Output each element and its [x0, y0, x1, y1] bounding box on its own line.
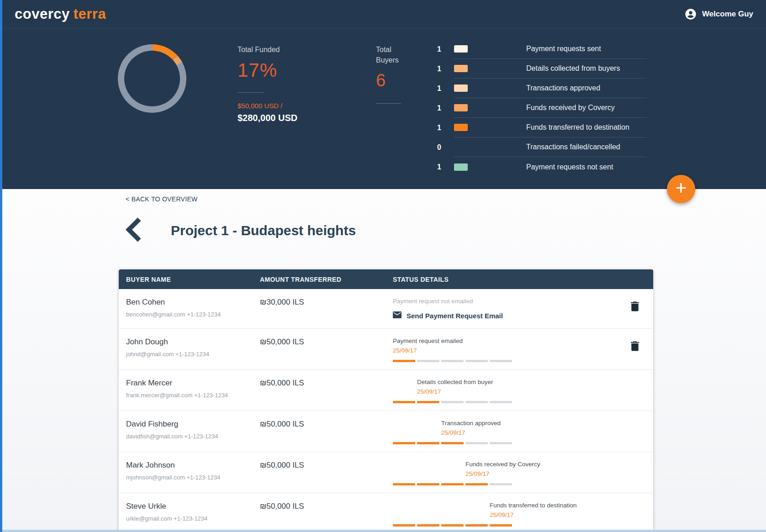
- plus-icon: +: [676, 179, 687, 198]
- status-date: 25/09/17: [417, 388, 617, 395]
- status-cell: Funds received by Covercy 25/09/17: [393, 461, 617, 485]
- progress-segment: [465, 483, 488, 485]
- project-detail-section: + < BACK TO OVERVIEW Project 1 - Budapes…: [2, 189, 766, 532]
- progress-segment: [441, 524, 464, 527]
- progress-segment: [441, 360, 464, 362]
- delete-buyer-button[interactable]: [630, 300, 640, 314]
- send-payment-request-email-button[interactable]: Send Payment Request Email: [393, 311, 503, 320]
- legend-count: 1: [421, 84, 441, 93]
- user-menu[interactable]: Welcome Guy: [684, 8, 753, 21]
- total-buyers-label: Total Buyers: [376, 44, 416, 65]
- brand-primary: covercy: [15, 6, 70, 22]
- status-text: Funds received by Covercy: [465, 461, 617, 468]
- table-row: David Fishberg davidfish@gmail.com +1-12…: [119, 411, 653, 452]
- amount-cell: ₪50,000 ILS: [260, 461, 393, 485]
- divider: [376, 103, 401, 104]
- status-cell: Details collected from buyer 25/09/17: [393, 379, 617, 403]
- amount-cell: ₪50,000 ILS: [260, 420, 393, 444]
- buyer-cell: Mark Johnson mjohnson@gmail.com +1-123-1…: [119, 461, 260, 485]
- progress-segment: [393, 483, 415, 485]
- status-cell: Funds transferred to destination 25/09/1…: [393, 502, 617, 527]
- buyer-contact: urkle@gmail.com +1-123-1234: [126, 515, 260, 522]
- buyer-name: John Dough: [126, 337, 260, 347]
- legend-label: Funds transferred to destination: [526, 123, 629, 132]
- buyer-cell: John Dough johnd@gmail.com +1-123-1234: [119, 337, 260, 362]
- legend-label: Details collected from buyers: [526, 64, 620, 73]
- amount-cell: ₪30,000 ILS: [260, 298, 393, 321]
- legend-row: 1 Funds transferred to destination: [421, 118, 647, 137]
- buyer-cell: Steve Urkle urkle@gmail.com +1-123-1234: [119, 502, 260, 527]
- legend-label: Funds received by Covercy: [526, 104, 615, 112]
- progress-segment: [417, 524, 439, 527]
- total-funded-label: Total Funded: [238, 44, 322, 55]
- table-body: Ben Cohen bencohen@gmail.com +1-123-1234…: [119, 289, 653, 532]
- buyer-name: David Fishberg: [126, 420, 260, 429]
- progress-segment: [417, 442, 439, 444]
- status-progress-bar: [393, 524, 617, 527]
- progress-segment: [417, 483, 439, 485]
- total-buyers-count: 6: [376, 71, 416, 90]
- progress-segment: [441, 442, 464, 444]
- column-header-status-details: STATUS DETAILS: [393, 276, 617, 283]
- legend-swatch: [454, 104, 468, 111]
- status-text: Transaction approved: [441, 420, 617, 427]
- buyer-name: Frank Mercer: [126, 379, 260, 388]
- legend-label: Payment requests sent: [526, 45, 601, 53]
- buyer-contact: mjohnson@gmail.com +1-123-1234: [126, 474, 260, 481]
- status-text: Payment request not emailed: [393, 298, 617, 305]
- table-row: John Dough johnd@gmail.com +1-123-1234 ₪…: [119, 329, 653, 370]
- send-payment-request-email-label: Send Payment Request Email: [407, 312, 503, 320]
- back-button[interactable]: [124, 216, 143, 245]
- trash-icon: [631, 306, 639, 313]
- buyer-contact: bencohen@gmail.com +1-123-1234: [126, 311, 260, 318]
- legend-swatch: [454, 84, 468, 92]
- funded-amount: $50,000 USD /: [238, 102, 322, 110]
- legend-count: 1: [421, 124, 441, 132]
- progress-segment: [465, 524, 488, 527]
- status-progress-bar: [393, 483, 617, 485]
- status-date: 25/09/17: [465, 470, 617, 477]
- add-buyer-button[interactable]: +: [667, 175, 695, 203]
- legend-swatch: [454, 45, 468, 53]
- legend-row: 1 Transactions approved: [421, 79, 647, 98]
- legend-label: Transactions failed/cancelled: [526, 143, 620, 151]
- buyer-name: Ben Cohen: [126, 298, 260, 307]
- progress-segment: [490, 483, 512, 485]
- status-progress-bar: [393, 442, 617, 444]
- status-cell: Payment request not emailed Send Payment…: [393, 298, 617, 321]
- progress-segment: [465, 401, 488, 403]
- status-progress-bar: [393, 360, 617, 362]
- status-text: Payment request emailed: [393, 337, 617, 344]
- delete-buyer-button[interactable]: [630, 340, 640, 353]
- status-progress-bar: [393, 401, 617, 403]
- brand-logo[interactable]: covercyterra: [15, 6, 106, 22]
- legend-count: 1: [421, 65, 441, 73]
- buyer-contact: frank.mercer@gmail.com +1-123-1234: [126, 392, 260, 399]
- status-date: 25/09/17: [490, 511, 617, 518]
- legend-label: Payment requests not sent: [526, 163, 613, 171]
- funded-donut-chart: [118, 44, 186, 113]
- progress-segment: [393, 401, 415, 403]
- legend-swatch: [454, 124, 468, 131]
- amount-cell: ₪50,000 ILS: [260, 379, 393, 403]
- status-cell: Transaction approved 25/09/17: [393, 420, 617, 444]
- back-to-overview-link[interactable]: < BACK TO OVERVIEW: [126, 189, 198, 203]
- welcome-text: Welcome Guy: [702, 10, 753, 19]
- progress-segment: [490, 360, 512, 362]
- top-nav-bar: covercyterra Welcome Guy: [2, 0, 766, 28]
- bottom-edge-strip: [2, 530, 766, 532]
- table-row: Frank Mercer frank.mercer@gmail.com +1-1…: [119, 370, 653, 411]
- progress-segment: [465, 442, 488, 444]
- column-header-amount-transferred: AMOUNT TRANSFERRED: [260, 276, 393, 283]
- progress-segment: [490, 401, 512, 403]
- total-funded-percent: 17%: [238, 59, 322, 81]
- buyer-cell: Ben Cohen bencohen@gmail.com +1-123-1234: [119, 298, 260, 321]
- status-cell: Payment request emailed 25/09/17: [393, 337, 617, 362]
- legend-swatch: [454, 65, 468, 72]
- column-header-buyer-name: BUYER NAME: [119, 276, 260, 283]
- legend-count: 1: [421, 163, 441, 171]
- legend-count: 1: [421, 104, 441, 112]
- progress-segment: [393, 524, 415, 527]
- status-date: 25/09/17: [393, 347, 617, 354]
- buyers-table: BUYER NAME AMOUNT TRANSFERRED STATUS DET…: [119, 269, 653, 532]
